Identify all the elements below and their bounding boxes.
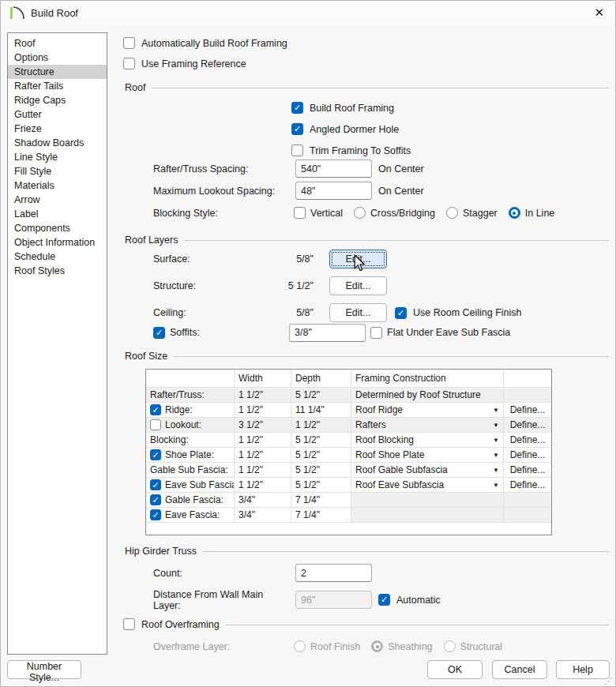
- auto-build-roof-framing-label: Automatically Build Roof Framing: [141, 38, 287, 49]
- angled-dormer-hole-checkbox[interactable]: ✓: [291, 123, 303, 135]
- resize-grip[interactable]: ⋰: [604, 676, 613, 686]
- ok-button[interactable]: OK: [427, 660, 483, 679]
- eave-sub-fascia-checkbox[interactable]: ✓: [150, 479, 161, 490]
- blocking-vertical-checkbox[interactable]: ✓: [294, 207, 306, 219]
- build-roof-framing-checkbox[interactable]: ✓: [291, 102, 303, 114]
- dropdown-arrow-icon: ▼: [493, 422, 499, 429]
- framing-dropdown[interactable]: Roof Blocking▼: [351, 433, 504, 448]
- angled-dormer-hole-label: Angled Dormer Hole: [310, 124, 399, 135]
- framing-dropdown[interactable]: Rafters▼: [351, 418, 504, 433]
- table-row-gable-sub-fascia: Gable Sub Fascia: 1 1/2" 5 1/2" Roof Gab…: [146, 463, 551, 478]
- blocking-stagger-radio[interactable]: [446, 207, 458, 219]
- table-row-lookout: ✓Lookout: 3 1/2" 1 1/2" Rafters▼ Define.…: [146, 418, 551, 433]
- define-button[interactable]: Define...: [504, 478, 551, 493]
- use-framing-reference-checkbox[interactable]: ✓: [123, 58, 135, 69]
- surface-edit-button[interactable]: Edit...: [329, 250, 387, 268]
- width-cell[interactable]: 1 1/2": [235, 403, 291, 418]
- sidebar-item-roof-styles[interactable]: Roof Styles: [8, 264, 107, 278]
- col-header-depth: Depth: [291, 370, 351, 388]
- sidebar-item-rafter-tails[interactable]: Rafter Tails: [8, 79, 107, 93]
- auto-build-roof-framing-row: ✓ Automatically Build Roof Framing: [123, 34, 287, 52]
- sidebar-item-line-style[interactable]: Line Style: [8, 150, 107, 164]
- structure-value: 5 1/2": [282, 280, 314, 291]
- sidebar-item-frieze[interactable]: Frieze: [8, 122, 107, 136]
- roof-layers-group-label: Roof Layers: [125, 235, 178, 246]
- table-header-row: Width Depth Framing Construction: [146, 370, 551, 388]
- define-button[interactable]: Define...: [504, 418, 551, 433]
- roof-overframing-label: Roof Overframing: [141, 619, 220, 630]
- depth-cell[interactable]: 11 1/4": [291, 403, 351, 418]
- distance-input[interactable]: [295, 591, 372, 609]
- sidebar-item-gutter[interactable]: Gutter: [8, 107, 107, 122]
- blocking-inline-radio[interactable]: [509, 207, 520, 219]
- depth-cell[interactable]: 7 1/4": [291, 493, 351, 508]
- define-button[interactable]: Define...: [504, 403, 551, 418]
- width-cell[interactable]: 3 1/2": [235, 418, 291, 433]
- width-cell[interactable]: 3/4": [235, 493, 291, 508]
- lookout-spacing-input[interactable]: [295, 182, 372, 200]
- framing-dropdown[interactable]: Roof Ridge▼: [351, 403, 504, 418]
- sidebar-item-schedule[interactable]: Schedule: [8, 250, 107, 264]
- count-input[interactable]: [295, 564, 372, 582]
- width-cell[interactable]: 1 1/2": [235, 463, 291, 478]
- flat-under-eave-checkbox[interactable]: ✓: [370, 327, 382, 339]
- depth-cell[interactable]: 5 1/2": [291, 388, 351, 403]
- cancel-button[interactable]: Cancel: [492, 660, 547, 679]
- rafter-spacing-suffix: On Center: [378, 163, 424, 175]
- define-button[interactable]: Define...: [504, 448, 551, 463]
- structure-edit-button[interactable]: Edit...: [329, 276, 387, 295]
- auto-build-roof-framing-checkbox[interactable]: ✓: [123, 37, 135, 49]
- define-button[interactable]: Define...: [504, 463, 551, 478]
- use-room-ceiling-finish-label: Use Room Ceiling Finish: [413, 307, 522, 318]
- number-style-button[interactable]: Number Style...: [7, 660, 81, 679]
- gable-fascia-checkbox[interactable]: ✓: [150, 494, 161, 505]
- sidebar-item-label[interactable]: Label: [8, 207, 107, 221]
- framing-dropdown[interactable]: Roof Gable Subfascia▼: [351, 463, 504, 478]
- eave-fascia-checkbox[interactable]: ✓: [150, 509, 161, 520]
- depth-cell[interactable]: 5 1/2": [291, 433, 351, 448]
- depth-cell[interactable]: 7 1/4": [291, 508, 351, 523]
- soffits-checkbox[interactable]: ✓: [153, 327, 165, 339]
- ridge-checkbox[interactable]: ✓: [150, 404, 161, 415]
- use-room-ceiling-finish-checkbox[interactable]: ✓: [395, 307, 407, 319]
- depth-cell[interactable]: 5 1/2": [291, 463, 351, 478]
- sidebar-item-materials[interactable]: Materials: [8, 178, 107, 193]
- width-cell[interactable]: 1 1/2": [235, 388, 291, 403]
- framing-empty-cell: [351, 493, 504, 508]
- sidebar-item-fill-style[interactable]: Fill Style: [8, 164, 107, 178]
- sidebar-item-structure[interactable]: Structure: [8, 65, 107, 79]
- help-button[interactable]: Help: [556, 660, 610, 679]
- blocking-cross-radio[interactable]: [354, 207, 366, 219]
- width-cell[interactable]: 3/4": [235, 508, 291, 523]
- trim-framing-checkbox[interactable]: ✓: [291, 145, 303, 156]
- soffits-input[interactable]: [289, 324, 366, 342]
- width-cell[interactable]: 1 1/2": [235, 433, 291, 448]
- rafter-spacing-label: Rafter/Truss Spacing:: [153, 163, 289, 175]
- sidebar-item-arrow[interactable]: Arrow: [8, 193, 107, 207]
- blocking-style-row: Blocking Style: ✓ Vertical Cross/Bridgin…: [153, 204, 554, 222]
- roof-overframing-checkbox[interactable]: ✓: [123, 618, 135, 630]
- define-button[interactable]: Define...: [504, 433, 551, 448]
- ceiling-edit-button[interactable]: Edit...: [329, 303, 387, 322]
- col-header-framing: Framing Construction: [351, 370, 504, 388]
- depth-cell[interactable]: 1 1/2": [291, 418, 351, 433]
- sidebar-item-roof[interactable]: Roof: [8, 36, 107, 51]
- depth-cell[interactable]: 5 1/2": [291, 448, 351, 463]
- angled-dormer-hole-row: ✓ Angled Dormer Hole: [291, 120, 399, 138]
- close-icon[interactable]: ✕: [594, 6, 604, 20]
- sidebar-item-ridge-caps[interactable]: Ridge Caps: [8, 93, 107, 107]
- automatic-checkbox[interactable]: ✓: [378, 594, 390, 606]
- sidebar-item-components[interactable]: Components: [8, 221, 107, 235]
- shoe-plate-checkbox[interactable]: ✓: [150, 449, 161, 460]
- lookout-checkbox[interactable]: ✓: [150, 419, 161, 430]
- sidebar-item-options[interactable]: Options: [8, 51, 107, 65]
- sidebar-item-shadow-boards[interactable]: Shadow Boards: [8, 136, 107, 150]
- width-cell[interactable]: 1 1/2": [235, 478, 291, 493]
- rafter-spacing-input[interactable]: [295, 160, 372, 178]
- depth-cell[interactable]: 5 1/2": [291, 478, 351, 493]
- dropdown-arrow-icon: ▼: [493, 437, 499, 444]
- framing-dropdown[interactable]: Roof Shoe Plate▼: [351, 448, 504, 463]
- width-cell[interactable]: 1 1/2": [235, 448, 291, 463]
- sidebar-item-object-information[interactable]: Object Information: [8, 235, 107, 250]
- framing-dropdown[interactable]: Roof Eave Subfascia▼: [351, 478, 504, 493]
